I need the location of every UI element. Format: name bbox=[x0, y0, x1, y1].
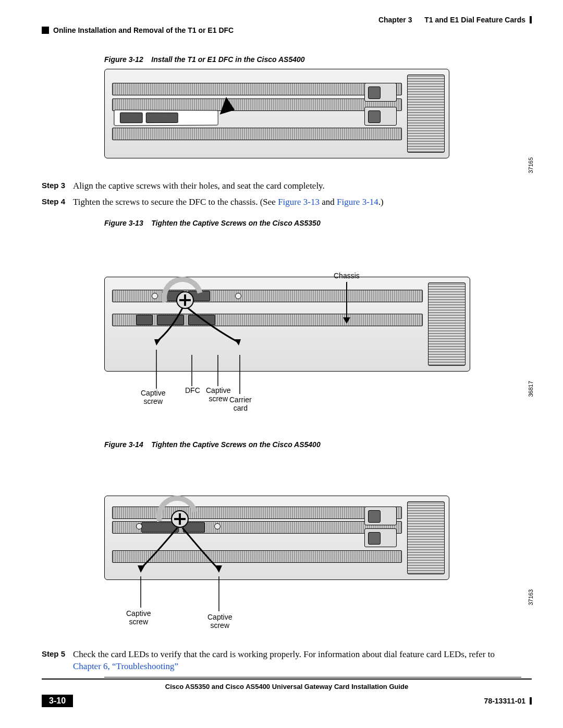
step-row: Step 5 Check the card LEDs to verify tha… bbox=[42, 649, 532, 673]
svg-marker-1 bbox=[235, 339, 241, 346]
figure-caption: Figure 3-13 Tighten the Captive Screws o… bbox=[104, 219, 532, 227]
figure-3-13: Chassis Captive screw DFC Captive screw … bbox=[104, 277, 532, 428]
callout-lines-icon bbox=[104, 496, 469, 636]
page-footer: Cisco AS5350 and Cisco AS5400 Universal … bbox=[0, 678, 563, 707]
callout-captive-screw: Captive screw bbox=[126, 609, 151, 626]
step-label: Step 3 bbox=[42, 180, 73, 192]
callout-captive-screw: Captive screw bbox=[207, 613, 232, 630]
figure-caption: Figure 3-12 Install the T1 or E1 DFC in … bbox=[104, 55, 532, 64]
image-id-label: 36817 bbox=[528, 381, 534, 397]
section-title: Online Installation and Removal of the T… bbox=[53, 26, 234, 34]
callout-captive-screw: Captive screw bbox=[141, 389, 165, 405]
svg-marker-6 bbox=[138, 565, 145, 573]
figure-link[interactable]: Figure 3-13 bbox=[278, 197, 320, 207]
figure-link[interactable]: Figure 3-14 bbox=[337, 197, 378, 207]
step-label: Step 5 bbox=[42, 649, 73, 673]
vent-icon bbox=[407, 75, 445, 153]
chapter-link[interactable]: Chapter 6, “Troubleshooting” bbox=[73, 661, 178, 671]
step-body: Tighten the screws to secure the DFC to … bbox=[73, 196, 521, 208]
header-bar-icon bbox=[530, 16, 532, 23]
figure-3-14: Captive screw Captive screw 37163 bbox=[104, 496, 532, 636]
doc-number: 78-13311-01 bbox=[484, 697, 525, 705]
psu-icon bbox=[364, 83, 397, 102]
psu-icon bbox=[364, 107, 397, 126]
callout-carrier-card: Carrier card bbox=[229, 396, 252, 412]
footer-guide-title: Cisco AS5350 and Cisco AS5400 Universal … bbox=[42, 683, 532, 690]
dfc-card-icon bbox=[114, 109, 218, 126]
image-id-label: 37165 bbox=[528, 157, 534, 174]
section-header: Online Installation and Removal of the T… bbox=[42, 26, 532, 34]
step-row: Step 4 Tighten the screws to secure the … bbox=[42, 196, 532, 208]
footer-bar-icon bbox=[530, 697, 532, 705]
svg-marker-0 bbox=[154, 339, 161, 346]
image-id-label: 37163 bbox=[528, 589, 534, 606]
step-row: Step 3 Align the captive screws with the… bbox=[42, 180, 532, 192]
callout-captive-screw: Captive screw bbox=[206, 386, 230, 403]
section-marker-icon bbox=[42, 27, 49, 34]
figure-3-12: 37165 bbox=[104, 69, 532, 168]
svg-marker-7 bbox=[215, 565, 222, 573]
chapter-label: Chapter 3 bbox=[378, 16, 412, 24]
chapter-title: T1 and E1 Dial Feature Cards bbox=[424, 16, 525, 24]
running-header: Chapter 3 T1 and E1 Dial Feature Cards bbox=[42, 16, 532, 24]
page-number: 3-10 bbox=[42, 695, 73, 707]
step-label: Step 4 bbox=[42, 196, 73, 208]
step-body: Check the card LEDs to verify that the c… bbox=[73, 649, 521, 673]
figure-caption: Figure 3-14 Tighten the Captive Screws o… bbox=[104, 440, 532, 449]
callout-dfc: DFC bbox=[185, 386, 200, 394]
step-body: Align the captive screws with their hole… bbox=[73, 180, 521, 192]
